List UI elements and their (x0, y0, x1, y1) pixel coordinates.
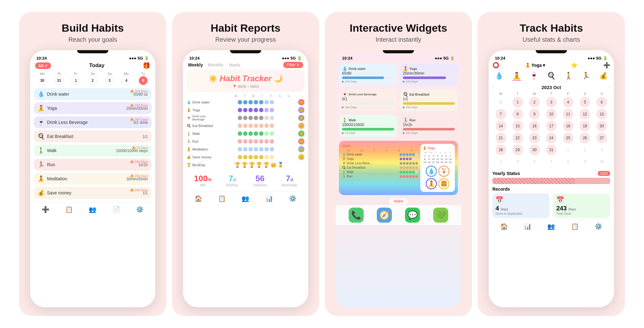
cal-day-5-next[interactable]: 5 (512, 156, 523, 167)
habit-item-water[interactable]: 🔥 243 Days 💧Drink water 65/80 oz (34, 88, 152, 100)
cal-day-1[interactable]: 1 (512, 97, 523, 108)
cal-day-1-next[interactable]: 1 (563, 145, 574, 155)
cal-day-2[interactable]: 2 (529, 97, 540, 108)
habit-item-breakfast[interactable]: 🍳Eat Breakfast 1/1 (34, 130, 152, 142)
tab2-home[interactable]: 🏠 (195, 195, 202, 202)
widget-yoga[interactable]: 🧘Yoga 25min/30min ▶ 243 Days (400, 64, 458, 86)
widget-breakfast[interactable]: 🍳Eat Breakfast 1/1 ▶ 244 Days (400, 89, 458, 111)
cal-day-11[interactable]: 11 (563, 109, 574, 119)
icon-yoga[interactable]: 🧘 (512, 72, 521, 81)
cal-day-31[interactable]: 31 (546, 145, 557, 155)
week-day-mo[interactable]: Mo4 (122, 72, 131, 85)
icon-water[interactable]: 💧 (495, 72, 503, 81)
tab4-settings[interactable]: ⚙️ (595, 223, 602, 230)
cal-next[interactable]: › (609, 84, 610, 90)
tab2-social[interactable]: 👥 (242, 195, 249, 202)
cal-day-24[interactable]: 24 (546, 133, 557, 143)
cal-day-26[interactable]: 26 (579, 133, 590, 143)
habit-item-yoga[interactable]: 🔥 243 Days 🧘Yoga 25min/30min (34, 102, 152, 114)
all-button[interactable]: All ✓ (35, 62, 51, 69)
dock-phone[interactable]: 📞 (349, 208, 364, 223)
cal-day-27[interactable]: 27 (596, 133, 607, 143)
icon-savemoney[interactable]: 💰 (599, 72, 608, 81)
cal-day-16[interactable]: 16 (529, 121, 540, 131)
cal-day-30[interactable]: 30 (529, 145, 540, 155)
tab4-list[interactable]: 📋 (571, 223, 579, 230)
icon-walk[interactable]: 🚶 (564, 72, 573, 81)
cal-day-10[interactable]: 10 (546, 109, 557, 119)
cal-day-9[interactable]: 9 (529, 109, 540, 119)
icon-beverage[interactable]: 🍷 (530, 72, 538, 81)
dock-wechat[interactable]: 💚 (433, 208, 448, 223)
cal-day-19[interactable]: 19 (579, 121, 590, 131)
tab2-report[interactable]: 📊 (265, 195, 273, 202)
track-close-btn[interactable]: ⭕ (492, 62, 499, 69)
cal-day-21[interactable]: 21 (496, 133, 506, 143)
cal-day-4[interactable]: 4 (563, 97, 574, 108)
tab-settings[interactable]: ⚙️ (136, 206, 144, 213)
cal-day-6-next[interactable]: 6 (529, 156, 540, 167)
tab2-list[interactable]: 📋 (218, 195, 226, 202)
track-star[interactable]: ⭐ (571, 62, 578, 69)
week-day-th[interactable]: Th31 (55, 72, 64, 85)
habit-item-run[interactable]: 🔥 244 Days 🏃Run 1h/1h (34, 159, 152, 171)
cal-day-25[interactable]: 25 (563, 133, 574, 143)
tab4-report[interactable]: 📊 (524, 223, 532, 230)
week-day-tu[interactable]: Tu9 (139, 72, 148, 85)
cal-day-8-next[interactable]: 8 (563, 156, 574, 167)
week-day-fr[interactable]: Fr1 (71, 72, 80, 85)
cal-day-3-next[interactable]: 3 (596, 145, 607, 155)
tab-weekly[interactable]: Weekly (188, 62, 203, 67)
widget-beverage[interactable]: 🍷Drink Less Beverage 0/1 ▶ 244 Days (339, 89, 397, 111)
tab-monthly[interactable]: Monthly (208, 62, 223, 67)
cal-day-12[interactable]: 12 (579, 109, 590, 119)
track-add[interactable]: ➕ (603, 62, 610, 69)
cal-day-29[interactable]: 29 (512, 145, 523, 155)
tab-list[interactable]: 📋 (65, 206, 73, 213)
tab2-settings[interactable]: ⚙️ (289, 195, 297, 202)
icon-breakfast[interactable]: 🍳 (547, 72, 555, 81)
cal-day-15[interactable]: 15 (512, 121, 523, 131)
tab-yearly[interactable]: Yearly (228, 62, 240, 67)
cal-day-4-next[interactable]: 4 (496, 156, 506, 167)
cal-day-13[interactable]: 13 (596, 109, 607, 119)
widget-run[interactable]: 🏃Run 1h/1h ▶ 244 Days (400, 115, 458, 137)
cal-day-8[interactable]: 8 (512, 109, 523, 119)
tab-report[interactable]: 📄 (112, 206, 120, 213)
cal-day-17[interactable]: 17 (546, 121, 557, 131)
week-day-we[interactable]: We30 (38, 72, 47, 85)
cal-day-10-next[interactable]: 10 (596, 156, 607, 167)
habit-selector[interactable]: 🧘 Yoga ▾ (525, 63, 545, 68)
dock-messages[interactable]: 💬 (405, 208, 420, 223)
cal-day-23[interactable]: 23 (529, 133, 540, 143)
cal-day-3[interactable]: 3 (546, 97, 557, 108)
week-day-sa[interactable]: Sa2 (88, 72, 97, 85)
cal-day-28[interactable]: 28 (496, 145, 506, 155)
tab4-home[interactable]: 🏠 (500, 223, 508, 230)
cal-day-31-prev[interactable]: 31 (496, 97, 506, 108)
habit-item-savemoney[interactable]: 🔥 244 Days 💰Save money 1/1 (34, 187, 152, 199)
cal-day-9-next[interactable]: 9 (579, 156, 590, 167)
cal-prev[interactable]: ‹ (492, 84, 494, 90)
habit-item-beverage[interactable]: 🔥 244 Days 🍷Drink Less Beverage 0/1 drin… (34, 116, 152, 128)
cal-day-7[interactable]: 7 (496, 109, 506, 119)
dock-safari[interactable]: 🧭 (377, 208, 392, 223)
widget-walk[interactable]: 🚶Walk 10000/10000 ▶ 13 Days (339, 115, 397, 137)
cal-day-2-next[interactable]: 2 (579, 145, 590, 155)
tab-add[interactable]: ➕ (42, 206, 49, 213)
icon-run[interactable]: 🏃 (582, 72, 590, 81)
habit-item-meditation[interactable]: 🔥 244 Days 🧘Meditation 30min/30min (34, 173, 152, 185)
cal-day-22[interactable]: 22 (512, 133, 523, 143)
cal-day-18[interactable]: 18 (563, 121, 574, 131)
habit-item-walk[interactable]: 🔥 13 Days 🚶Walk 10000/10000 steps (34, 145, 152, 156)
filter-button[interactable]: Filter ✕ (283, 62, 303, 68)
cal-day-14[interactable]: 14 (496, 121, 506, 131)
cal-day-5[interactable]: 5 (579, 97, 590, 108)
cal-day-20[interactable]: 20 (596, 121, 607, 131)
cal-day-7-next[interactable]: 7 (546, 156, 557, 167)
widget-water[interactable]: 💧Drink water 65/80 ▶ 243 Days (339, 64, 397, 86)
tab-social[interactable]: 👥 (89, 206, 96, 213)
cal-day-6[interactable]: 6 (596, 97, 607, 108)
tab4-social[interactable]: 👥 (547, 223, 555, 230)
week-day-su[interactable]: Su3 (105, 72, 114, 85)
